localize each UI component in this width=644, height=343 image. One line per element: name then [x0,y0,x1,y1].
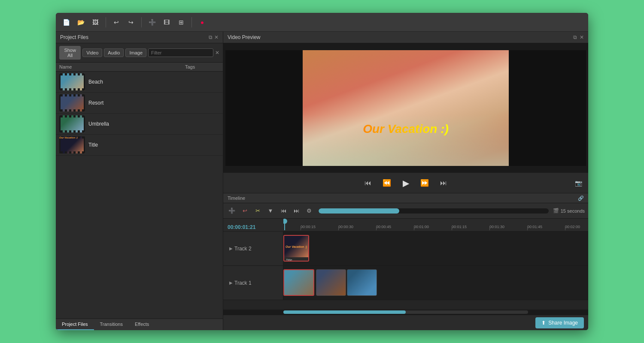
scrollbar-track[interactable] [283,310,528,314]
track-2-label: ▶ Track 2 [223,232,283,265]
preview-title: Video Preview [228,34,261,40]
clip-video-2[interactable] [316,269,346,296]
strip-umbrella [59,115,85,132]
timeline-link-icon[interactable]: 🔗 [578,196,584,201]
track-2-chevron[interactable]: ▶ [229,246,233,251]
preview-header: Video Preview ⧉ ✕ [223,32,588,43]
share-image-button[interactable]: ⬆ Share Image [535,317,584,328]
file-name-title: Title [88,142,182,148]
track-1-name: Track 1 [234,280,252,286]
record-button[interactable]: ● [196,16,208,28]
tick-30: 00:00:30 [338,223,353,229]
screenshot-button[interactable]: 🖼 [89,16,101,28]
tick-200: 00:02:00 [565,223,580,229]
tl-filter-button[interactable]: ▼ [265,206,276,216]
track-1-chevron[interactable]: ▶ [229,280,233,285]
file-row-title[interactable]: Our Vacation :) Title [56,135,223,156]
file-name-beach: Beach [88,79,182,85]
timeline-duration: 🎬 15 seconds [553,208,585,214]
tick-100-mark [414,227,414,230]
tab-effects[interactable]: Effects [129,319,155,330]
track-2: ▶ Track 2 Our Vacation :) Title.... [223,232,588,266]
clip-v2-content [316,270,346,295]
preview-float-icon[interactable]: ⧉ [573,34,577,40]
tick-45: 00:00:45 [376,223,391,229]
share-icon: ⬆ [541,320,546,326]
track-2-content[interactable]: Our Vacation :) Title.... [283,232,588,265]
thumb-resort [59,94,85,111]
thumb-title: Our Vacation :) [59,136,85,153]
main-area: Project Files ⧉ ✕ Show All Video Audio I… [56,32,588,330]
thumb-beach [59,73,85,90]
filter-video-button[interactable]: Video [82,48,102,57]
file-name-umbrella: Umbrella [88,121,182,127]
track-1-content[interactable] [283,266,588,300]
new-file-button[interactable]: 📄 [60,16,72,28]
share-label: Share Image [548,320,578,326]
tick-200-mark [565,227,565,230]
timeline-progress-fill [319,208,399,214]
tl-back-button[interactable]: ↩ [240,206,250,216]
filter-all-button[interactable]: Show All [59,46,81,60]
camera-icon[interactable]: 📷 [575,180,582,187]
app-window: 📄 📂 🖼 ↩ ↪ ➕ 🎞 ⊞ ● Project Files ⧉ ✕ Show… [56,13,588,330]
preview-overlay-text: Our Vacation :) [363,122,449,136]
clip-title-thumb: Our Vacation :) [284,236,308,257]
preview-video: Our Vacation :) [303,50,509,166]
project-files-title: Project Files [60,34,88,40]
file-row-umbrella[interactable]: Umbrella [56,114,223,135]
filter-input[interactable] [148,48,213,57]
separator-3 [191,17,192,27]
tl-skip-end-button[interactable]: ⏭ [291,206,301,216]
col-name-header: Name [59,64,185,69]
clip-v1-content [284,270,313,295]
tl-skip-start-button[interactable]: ⏮ [278,206,289,216]
track-2-name: Track 2 [234,246,252,252]
redo-button[interactable]: ↪ [125,16,137,28]
file-table: Name Tags Beach Resort [56,63,223,319]
preview-video-content: Our Vacation :) [303,50,509,166]
preview-close-icon[interactable]: ✕ [580,34,584,40]
duration-label: 15 seconds [561,208,585,214]
open-file-button[interactable]: 📂 [75,16,87,28]
play-button[interactable]: ▶ [400,177,412,189]
add-button[interactable]: ➕ [146,16,158,28]
clip-video-1[interactable] [283,269,314,296]
right-panel: Video Preview ⧉ ✕ Our Vacation :) ⏮ [223,32,588,330]
panel-float-icon[interactable]: ⧉ [209,34,213,40]
rewind-button[interactable]: ⏪ [381,177,393,189]
timeline-divider: Timeline 🔗 [223,193,588,203]
skip-back-button[interactable]: ⏮ [362,177,374,189]
fast-forward-button[interactable]: ⏩ [419,177,431,189]
tick-130: 00:01:30 [489,223,504,229]
left-panel: Project Files ⧉ ✕ Show All Video Audio I… [56,32,223,330]
tl-cut-button[interactable]: ✂ [252,206,263,216]
filter-clear-icon[interactable]: ✕ [215,50,219,56]
filter-audio-button[interactable]: Audio [104,48,124,57]
clip-title-label: Title.... [284,257,308,262]
trim-button[interactable]: 🎞 [161,16,173,28]
panel-close-icon[interactable]: ✕ [214,34,219,40]
current-time-display: 00:00:01:21 [223,224,283,230]
clip-title[interactable]: Our Vacation :) Title.... [283,235,309,262]
file-name-resort: Resort [88,100,182,106]
current-time: 00:00:01:21 [228,224,255,230]
scrollbar-thumb[interactable] [283,310,406,314]
undo-button[interactable]: ↩ [110,16,122,28]
tick-15: 00:00:15 [301,223,316,229]
clip-video-3[interactable] [347,269,377,296]
tab-transitions[interactable]: Transitions [94,319,129,330]
tl-add-button[interactable]: ➕ [227,206,237,216]
toolbar: 📄 📂 🖼 ↩ ↪ ➕ 🎞 ⊞ ● [56,13,588,32]
file-row-beach[interactable]: Beach [56,72,223,93]
clip-v3-content [347,270,377,295]
tab-project-files[interactable]: Project Files [56,319,94,330]
fullscreen-button[interactable]: ⊞ [175,16,187,28]
filter-image-button[interactable]: Image [125,48,146,57]
tick-30-mark [338,227,339,230]
file-row-resort[interactable]: Resort [56,93,223,114]
timeline-content: 00:00:01:21 00:00:15 00:00:30 00:00:45 [223,219,588,315]
tl-settings-button[interactable]: ⚙ [304,206,314,216]
thumb-umbrella [59,115,85,132]
skip-forward-button[interactable]: ⏭ [437,177,450,189]
